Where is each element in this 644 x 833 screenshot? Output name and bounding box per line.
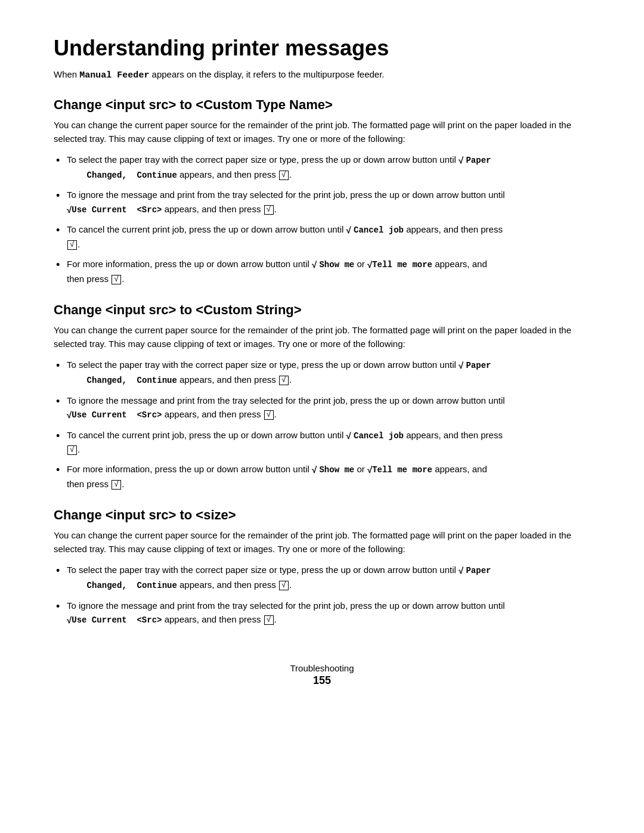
code-use-current: Use Current <Src> — [72, 205, 162, 215]
code-cancel-job: Cancel job — [354, 431, 404, 441]
checkbox-icon: √ — [279, 581, 289, 590]
checkbox-icon: √ — [264, 205, 274, 215]
section3-description: You can change the current paper source … — [54, 529, 590, 556]
manual-feeder-text: Manual Feeder — [79, 70, 149, 80]
page-footer: Troubleshooting 155 — [54, 663, 590, 687]
section1-bullet-list: To select the paper tray with the correc… — [54, 153, 590, 286]
checkbox-icon: √ — [279, 171, 289, 180]
checkbox-icon: √ — [112, 275, 121, 284]
section-size: Change <input src> to <size> You can cha… — [54, 507, 590, 627]
check-icon: √ — [367, 260, 372, 270]
section1-description: You can change the current paper source … — [54, 119, 590, 145]
list-item: To cancel the current print job, press t… — [54, 428, 590, 457]
check-icon: √ — [459, 361, 463, 371]
section-custom-string: Change <input src> to <Custom String> Yo… — [54, 302, 590, 491]
checkbox-icon: √ — [264, 410, 274, 420]
code-use-current: Use Current <Src> — [72, 615, 162, 625]
check-icon: √ — [459, 155, 463, 165]
check-icon: √ — [312, 465, 317, 475]
section-custom-type-name: Change <input src> to <Custom Type Name>… — [54, 97, 590, 286]
code-tell-me-more: Tell me more — [372, 465, 432, 475]
intro-suffix: appears on the display, it refers to the… — [149, 69, 384, 79]
code-tell-me-more: Tell me more — [372, 260, 432, 270]
check-icon: √ — [367, 465, 372, 475]
list-item: To select the paper tray with the correc… — [54, 358, 590, 387]
page-number: 155 — [54, 674, 590, 687]
code-cancel-job: Cancel job — [354, 225, 404, 235]
page-title: Understanding printer messages — [54, 36, 590, 61]
check-icon: √ — [67, 615, 72, 625]
code-use-current: Use Current <Src> — [72, 410, 162, 420]
intro-prefix: When — [54, 69, 79, 79]
list-item: To cancel the current print job, press t… — [54, 222, 590, 251]
check-icon: √ — [346, 431, 351, 441]
check-icon: √ — [459, 566, 463, 576]
section2-description: You can change the current paper source … — [54, 324, 590, 351]
check-icon: √ — [67, 205, 72, 215]
list-item: To select the paper tray with the correc… — [54, 563, 590, 592]
checkbox-icon: √ — [67, 445, 77, 455]
section1-heading: Change <input src> to <Custom Type Name> — [54, 97, 590, 113]
list-item: To select the paper tray with the correc… — [54, 153, 590, 182]
intro-paragraph: When Manual Feeder appears on the displa… — [54, 69, 590, 80]
check-icon: √ — [67, 410, 72, 420]
list-item: To ignore the message and print from the… — [54, 394, 590, 422]
check-icon: √ — [346, 225, 351, 236]
code-show-me: Show me — [319, 465, 354, 475]
checkbox-icon: √ — [279, 376, 289, 385]
check-icon: √ — [312, 260, 317, 270]
checkbox-icon: √ — [264, 615, 274, 625]
checkbox-icon: √ — [112, 480, 121, 490]
section2-heading: Change <input src> to <Custom String> — [54, 302, 590, 318]
checkbox-icon: √ — [67, 240, 77, 250]
section3-bullet-list: To select the paper tray with the correc… — [54, 563, 590, 627]
list-item: For more information, press the up or do… — [54, 257, 590, 286]
section3-heading: Change <input src> to <size> — [54, 507, 590, 523]
list-item: To ignore the message and print from the… — [54, 188, 590, 216]
list-item: To ignore the message and print from the… — [54, 599, 590, 627]
footer-label: Troubleshooting — [290, 663, 354, 673]
code-show-me: Show me — [319, 260, 354, 270]
list-item: For more information, press the up or do… — [54, 462, 590, 491]
section2-bullet-list: To select the paper tray with the correc… — [54, 358, 590, 491]
